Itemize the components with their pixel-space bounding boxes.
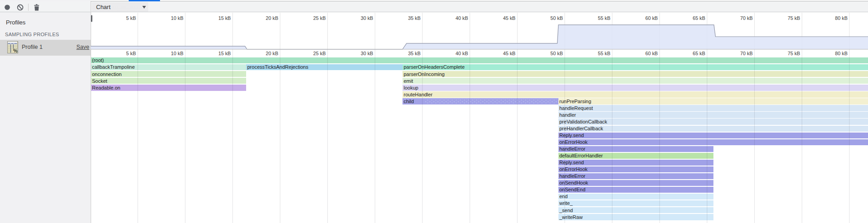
svg-text:10 kB: 10 kB (171, 15, 184, 21)
svg-text:55 kB: 55 kB (598, 15, 611, 21)
svg-text:handleError: handleError (559, 146, 586, 152)
svg-text:defaultErrorHandler: defaultErrorHandler (559, 153, 603, 158)
svg-text:75 kB: 75 kB (788, 15, 800, 21)
svg-text:40 kB: 40 kB (456, 51, 468, 56)
svg-text:(root): (root) (92, 57, 104, 63)
svg-text:25 kB: 25 kB (313, 51, 326, 56)
svg-text:5 kB: 5 kB (126, 15, 136, 21)
svg-text:45 kB: 45 kB (503, 15, 516, 21)
svg-text:15 kB: 15 kB (218, 15, 231, 21)
svg-text:Socket: Socket (92, 78, 107, 84)
svg-text:parserOnHeadersComplete: parserOnHeadersComplete (404, 64, 465, 70)
svg-text:65 kB: 65 kB (693, 15, 705, 21)
svg-text:handler: handler (559, 112, 576, 118)
svg-text:preValidationCallback: preValidationCallback (559, 119, 607, 124)
svg-text:onconnection: onconnection (92, 71, 121, 77)
svg-text:emit: emit (404, 78, 413, 84)
svg-text:handleRequest: handleRequest (559, 105, 593, 111)
svg-text:end: end (559, 194, 567, 199)
svg-text:15 kB: 15 kB (218, 51, 231, 56)
svg-text:10 kB: 10 kB (171, 51, 184, 56)
svg-text:processTicksAndRejections: processTicksAndRejections (247, 64, 309, 70)
svg-text:onErrorHook: onErrorHook (559, 139, 588, 145)
svg-text:70 kB: 70 kB (740, 15, 753, 21)
svg-text:80 kB: 80 kB (835, 15, 848, 21)
svg-text:30 kB: 30 kB (361, 51, 373, 56)
svg-text:lookup: lookup (404, 85, 418, 90)
svg-text:50 kB: 50 kB (550, 51, 563, 56)
svg-text:60 kB: 60 kB (645, 15, 658, 21)
svg-text:75 kB: 75 kB (788, 51, 800, 56)
svg-text:Readable.on: Readable.on (92, 85, 120, 90)
svg-text:%: % (13, 48, 18, 53)
svg-text:routeHandler: routeHandler (404, 92, 433, 97)
svg-text:child: child (404, 99, 414, 104)
svg-text:runPreParsing: runPreParsing (559, 99, 591, 104)
svg-text:5 kB: 5 kB (126, 51, 136, 56)
svg-text:Reply.send: Reply.send (559, 133, 584, 138)
svg-text:callbackTrampoline: callbackTrampoline (92, 64, 135, 70)
svg-text:50 kB: 50 kB (550, 15, 563, 21)
svg-text:40 kB: 40 kB (456, 15, 468, 21)
svg-text:35 kB: 35 kB (408, 51, 421, 56)
svg-text:80 kB: 80 kB (835, 51, 848, 56)
svg-text:65 kB: 65 kB (693, 51, 705, 56)
svg-text:45 kB: 45 kB (503, 51, 516, 56)
svg-text:20 kB: 20 kB (266, 15, 278, 21)
svg-text:parserOnIncoming: parserOnIncoming (404, 71, 445, 77)
svg-text:handleError: handleError (559, 173, 586, 179)
svg-text:onErrorHook: onErrorHook (559, 166, 588, 172)
svg-text:70 kB: 70 kB (740, 51, 753, 56)
svg-text:_send: _send (559, 208, 573, 213)
svg-text:35 kB: 35 kB (408, 15, 421, 21)
svg-text:30 kB: 30 kB (361, 15, 373, 21)
svg-text:write_: write_ (559, 200, 573, 206)
svg-text:onSendHook: onSendHook (559, 180, 588, 185)
svg-text:55 kB: 55 kB (598, 51, 611, 56)
svg-text:_writeRaw: _writeRaw (559, 214, 582, 220)
svg-text:onSendEnd: onSendEnd (559, 187, 586, 192)
svg-text:25 kB: 25 kB (313, 15, 326, 21)
svg-text:20 kB: 20 kB (266, 51, 278, 56)
svg-text:Reply.send: Reply.send (559, 160, 584, 165)
svg-text:preHandlerCallback: preHandlerCallback (559, 126, 603, 131)
svg-text:60 kB: 60 kB (645, 51, 658, 56)
